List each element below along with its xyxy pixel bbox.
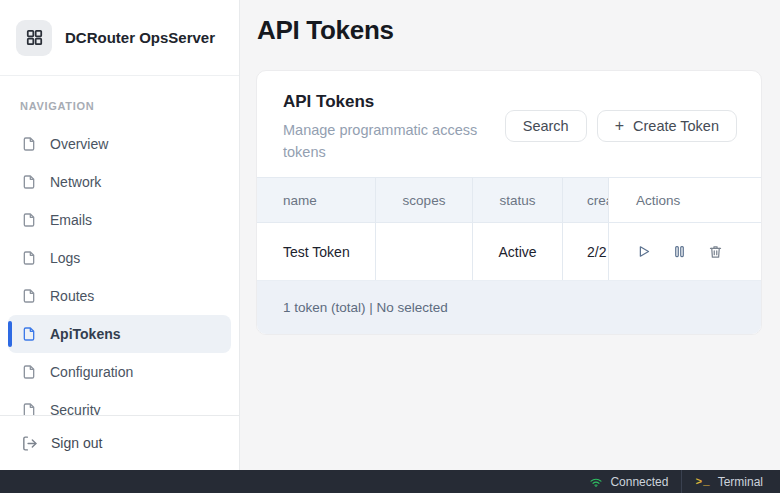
play-icon bbox=[636, 244, 651, 259]
connection-status: Connected bbox=[576, 470, 681, 493]
sidebar-item-label: Emails bbox=[50, 212, 92, 228]
sidebar-item-label: Routes bbox=[50, 288, 94, 304]
file-icon bbox=[21, 402, 37, 415]
table-footer-text: 1 token (total) | No selected bbox=[283, 300, 448, 315]
delete-button[interactable] bbox=[708, 244, 723, 259]
sign-out-label: Sign out bbox=[51, 435, 102, 451]
sidebar-item-logs[interactable]: Logs bbox=[8, 239, 231, 277]
terminal-icon: >_ bbox=[695, 476, 710, 488]
file-icon bbox=[21, 212, 37, 228]
sign-out-button[interactable]: Sign out bbox=[0, 415, 239, 470]
search-button[interactable]: Search bbox=[505, 110, 587, 142]
main-content: API Tokens API Tokens Manage programmati… bbox=[240, 0, 780, 470]
column-header-name[interactable]: name bbox=[257, 178, 376, 222]
file-icon bbox=[21, 288, 37, 304]
column-header-created[interactable]: created bbox=[563, 178, 609, 222]
connection-status-label: Connected bbox=[610, 475, 668, 489]
create-token-button[interactable]: + Create Token bbox=[597, 110, 737, 142]
column-header-status[interactable]: status bbox=[473, 178, 563, 222]
brand-header: DCRouter OpsServer bbox=[0, 0, 239, 76]
card-title: API Tokens bbox=[283, 92, 491, 112]
row-actions bbox=[636, 244, 723, 259]
app-window: DCRouter OpsServer NAVIGATION Overview N… bbox=[0, 0, 780, 470]
sidebar-item-label: Overview bbox=[50, 136, 108, 152]
grid-icon bbox=[25, 28, 44, 47]
cell-scopes bbox=[376, 223, 473, 280]
card-subtitle: Manage programmatic access tokens bbox=[283, 119, 491, 163]
sidebar-item-network[interactable]: Network bbox=[8, 163, 231, 201]
file-icon bbox=[21, 136, 37, 152]
card-actions: Search + Create Token bbox=[505, 92, 737, 163]
sidebar: DCRouter OpsServer NAVIGATION Overview N… bbox=[0, 0, 240, 470]
column-header-actions: Actions bbox=[609, 178, 761, 222]
plus-icon: + bbox=[615, 118, 624, 134]
cell-name: Test Token bbox=[257, 223, 376, 280]
play-button[interactable] bbox=[636, 244, 651, 259]
sidebar-item-configuration[interactable]: Configuration bbox=[8, 353, 231, 391]
page-title: API Tokens bbox=[257, 15, 762, 46]
table-row[interactable]: Test Token Active 2/2 bbox=[257, 223, 761, 281]
sidebar-item-label: ApiTokens bbox=[50, 326, 121, 342]
sidebar-nav: NAVIGATION Overview Network Emails bbox=[0, 76, 239, 415]
card-header-text: API Tokens Manage programmatic access to… bbox=[283, 92, 491, 163]
status-bar: Connected >_ Terminal bbox=[0, 470, 780, 493]
trash-icon bbox=[708, 244, 723, 259]
sidebar-item-routes[interactable]: Routes bbox=[8, 277, 231, 315]
file-icon bbox=[21, 250, 37, 266]
sign-out-icon bbox=[21, 435, 38, 452]
pause-icon bbox=[672, 244, 687, 259]
pause-button[interactable] bbox=[672, 244, 687, 259]
sidebar-item-label: Network bbox=[50, 174, 101, 190]
api-tokens-card: API Tokens Manage programmatic access to… bbox=[256, 70, 762, 335]
cell-created: 2/2 bbox=[563, 223, 609, 280]
create-token-label: Create Token bbox=[633, 118, 719, 134]
table-footer: 1 token (total) | No selected bbox=[257, 281, 761, 334]
sidebar-item-label: Configuration bbox=[50, 364, 133, 380]
card-header: API Tokens Manage programmatic access to… bbox=[257, 71, 761, 177]
file-icon bbox=[21, 364, 37, 380]
sidebar-item-emails[interactable]: Emails bbox=[8, 201, 231, 239]
sidebar-item-label: Security bbox=[50, 402, 101, 415]
wifi-icon bbox=[589, 475, 603, 489]
sidebar-item-apitokens[interactable]: ApiTokens bbox=[8, 315, 231, 353]
cell-status: Active bbox=[473, 223, 563, 280]
brand-title: DCRouter OpsServer bbox=[65, 29, 215, 46]
nav-section-label: NAVIGATION bbox=[0, 76, 239, 125]
terminal-label: Terminal bbox=[718, 475, 763, 489]
table-header: name scopes status created Actions bbox=[257, 177, 761, 223]
cell-actions bbox=[609, 223, 761, 280]
sidebar-item-security[interactable]: Security bbox=[8, 391, 231, 415]
app-logo bbox=[16, 20, 52, 56]
sidebar-item-overview[interactable]: Overview bbox=[8, 125, 231, 163]
terminal-button[interactable]: >_ Terminal bbox=[681, 470, 776, 493]
file-icon bbox=[21, 326, 37, 342]
sidebar-item-label: Logs bbox=[50, 250, 80, 266]
column-header-scopes[interactable]: scopes bbox=[376, 178, 473, 222]
file-icon bbox=[21, 174, 37, 190]
